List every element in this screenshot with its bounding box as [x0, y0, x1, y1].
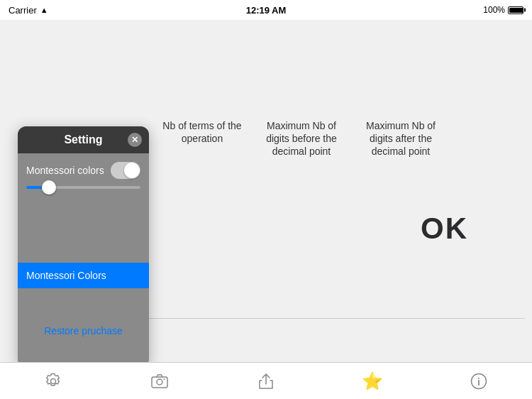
close-button[interactable]: ✕: [128, 133, 142, 147]
tab-item-settings[interactable]: [32, 372, 74, 390]
settings-modal: Setting ✕ Montessori colors Mo: [18, 126, 149, 368]
montessori-colors-toggle[interactable]: [111, 162, 140, 179]
star-icon: ⭐: [362, 371, 383, 391]
settings-spacer: [18, 206, 149, 263]
tab-bar: ⭐: [0, 362, 532, 399]
columns-area: Nb of terms of the operation Maximum Nb …: [142, 119, 532, 158]
info-icon: [470, 372, 488, 390]
settings-title: Setting: [64, 133, 102, 146]
separator-line: [149, 318, 525, 319]
slider-thumb: [42, 180, 56, 195]
status-time: 12:19 AM: [246, 5, 287, 16]
toggle-thumb: [124, 163, 140, 178]
battery-percent: 100%: [483, 5, 505, 15]
carrier-label: Carrier: [9, 5, 37, 16]
tab-item-share[interactable]: [245, 372, 287, 390]
settings-selected-item[interactable]: Montessori Colors: [18, 263, 149, 288]
status-bar: Carrier ▲ 12:19 AM 100%: [0, 0, 532, 20]
status-right: 100%: [483, 5, 523, 15]
svg-point-4: [478, 378, 480, 379]
settings-header: Setting ✕: [18, 126, 149, 153]
share-icon: [257, 372, 275, 390]
svg-point-1: [157, 379, 162, 385]
settings-bottom-spacer: Restore pruchase: [18, 288, 149, 345]
ok-button[interactable]: OK: [421, 212, 468, 246]
gear-icon: [44, 372, 62, 390]
settings-body: Montessori colors: [18, 153, 149, 206]
main-content: Setting ✕ Montessori colors Mo: [0, 20, 532, 362]
column-label-terms: Nb of terms of the operation: [156, 119, 248, 145]
tab-item-info[interactable]: [458, 372, 500, 390]
battery-icon: [508, 6, 523, 14]
column-label-before: Maximum Nb of digits before the decimal …: [255, 119, 348, 158]
wifi-icon: ▲: [40, 6, 48, 14]
camera-icon: [150, 372, 169, 390]
svg-point-2: [164, 378, 165, 380]
restore-purchase-link[interactable]: Restore pruchase: [18, 325, 149, 337]
slider-row: [26, 186, 140, 189]
column-label-after: Maximum Nb of digits after the decimal p…: [355, 119, 447, 158]
tab-item-camera[interactable]: [138, 372, 181, 390]
status-left: Carrier ▲: [9, 5, 48, 16]
slider-track[interactable]: [26, 186, 140, 189]
montessori-colors-row: Montessori colors: [26, 162, 140, 179]
montessori-colors-label: Montessori colors: [26, 165, 104, 176]
tab-item-favorites[interactable]: ⭐: [351, 371, 394, 391]
